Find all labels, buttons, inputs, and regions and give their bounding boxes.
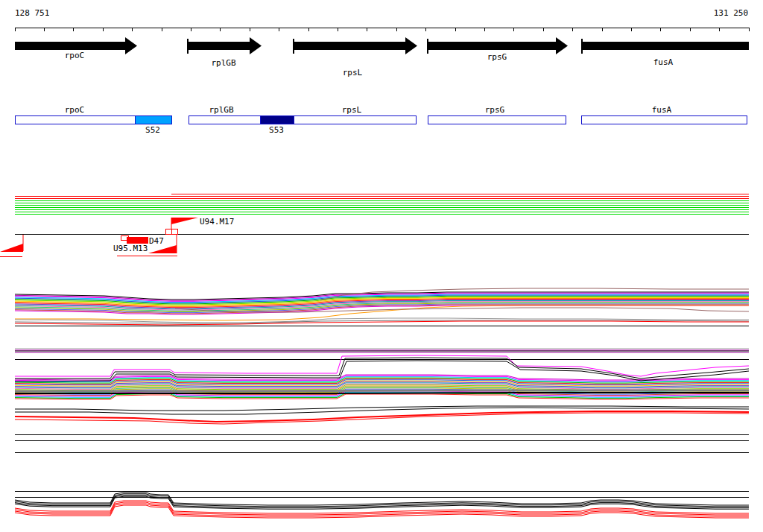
gene-arrow-rplGB[interactable] xyxy=(188,37,262,54)
bottom-cluster-line xyxy=(15,494,749,507)
segment-gene-label: rpoC xyxy=(65,105,85,115)
segment-gene-label: rpsL xyxy=(342,105,362,115)
flag-down-triangle[interactable] xyxy=(148,245,177,253)
segment-box[interactable] xyxy=(189,115,416,124)
ruler-end-label: 131 250 xyxy=(714,8,748,18)
segment-gene-label: fusA xyxy=(652,105,672,115)
flag-base-square[interactable] xyxy=(171,229,177,234)
segment-gene-label: rpsG xyxy=(485,105,505,115)
segment-box[interactable] xyxy=(428,115,566,124)
segment-highlight-S53[interactable] xyxy=(260,115,294,124)
segment-highlight-S52[interactable] xyxy=(135,115,171,124)
ruler-start-label: 128 751 xyxy=(15,8,49,18)
gene-arrow-fusA[interactable] xyxy=(582,42,749,50)
profile-line xyxy=(15,390,749,391)
flag-down-sublabel: D47 xyxy=(149,236,164,246)
segment-box[interactable] xyxy=(581,115,747,124)
bottom-cluster-line xyxy=(15,493,749,505)
gene-label-fusA: fusA xyxy=(653,57,674,67)
profile-line xyxy=(15,393,749,393)
genome-browser: 128 751131 250rpoCrplGBrpsLrpsGfusAS52rp… xyxy=(0,0,763,532)
flag-down-solid-box[interactable] xyxy=(127,237,148,244)
flag-up-label: U94.M17 xyxy=(200,217,234,227)
flag-up-triangle[interactable] xyxy=(171,218,198,224)
genome-browser-canvas: 128 751131 250rpoCrplGBrpsLrpsGfusAS52rp… xyxy=(0,0,763,532)
gene-arrow-rpsL[interactable] xyxy=(294,37,417,54)
profile-line xyxy=(15,355,749,376)
gene-label-rpsL: rpsL xyxy=(343,68,363,77)
segment-gene-label: rplGB xyxy=(209,105,233,115)
segment-label-S53: S53 xyxy=(269,125,284,135)
flag-left-triangle[interactable] xyxy=(0,244,23,252)
flag-base-square[interactable] xyxy=(165,229,171,234)
gene-label-rpsG: rpsG xyxy=(487,52,507,62)
flag-down-label: U95.M13 xyxy=(113,244,148,253)
gene-label-rplGB: rplGB xyxy=(211,58,235,68)
segment-label-S52: S52 xyxy=(145,125,160,135)
gene-label-rpoC: rpoC xyxy=(65,51,85,60)
